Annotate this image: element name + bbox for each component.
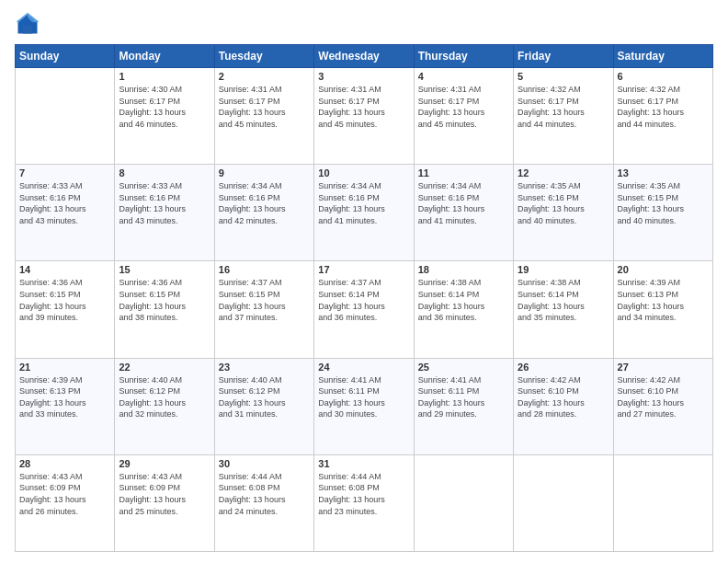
calendar-cell: 9Sunrise: 4:34 AM Sunset: 6:16 PM Daylig… (214, 165, 313, 261)
calendar-cell (414, 454, 513, 551)
day-number: 15 (119, 264, 210, 275)
day-info: Sunrise: 4:36 AM Sunset: 6:15 PM Dayligh… (19, 277, 110, 323)
calendar-cell: 13Sunrise: 4:35 AM Sunset: 6:15 PM Dayli… (613, 165, 712, 261)
calendar-cell: 19Sunrise: 4:38 AM Sunset: 6:14 PM Dayli… (514, 261, 613, 358)
calendar-cell: 6Sunrise: 4:32 AM Sunset: 6:17 PM Daylig… (613, 68, 712, 165)
day-number: 30 (219, 458, 310, 469)
day-info: Sunrise: 4:32 AM Sunset: 6:17 PM Dayligh… (518, 84, 609, 130)
day-info: Sunrise: 4:30 AM Sunset: 6:17 PM Dayligh… (119, 84, 210, 130)
day-info: Sunrise: 4:44 AM Sunset: 6:08 PM Dayligh… (219, 471, 310, 517)
day-info: Sunrise: 4:42 AM Sunset: 6:10 PM Dayligh… (518, 374, 609, 420)
day-info: Sunrise: 4:37 AM Sunset: 6:15 PM Dayligh… (219, 277, 310, 323)
calendar-cell: 18Sunrise: 4:38 AM Sunset: 6:14 PM Dayli… (414, 261, 513, 358)
day-info: Sunrise: 4:33 AM Sunset: 6:16 PM Dayligh… (119, 180, 210, 226)
day-number: 7 (19, 167, 110, 178)
day-number: 21 (19, 362, 110, 373)
calendar-cell: 1Sunrise: 4:30 AM Sunset: 6:17 PM Daylig… (115, 68, 214, 165)
logo-icon (15, 11, 40, 37)
col-header-sunday: Sunday (16, 45, 115, 68)
day-info: Sunrise: 4:34 AM Sunset: 6:16 PM Dayligh… (219, 180, 310, 226)
calendar-table: SundayMondayTuesdayWednesdayThursdayFrid… (15, 44, 713, 552)
day-number: 3 (318, 71, 409, 82)
day-number: 24 (318, 362, 409, 373)
day-info: Sunrise: 4:31 AM Sunset: 6:17 PM Dayligh… (219, 84, 310, 130)
day-info: Sunrise: 4:36 AM Sunset: 6:15 PM Dayligh… (119, 277, 210, 323)
page: SundayMondayTuesdayWednesdayThursdayFrid… (0, 0, 728, 563)
calendar-cell: 24Sunrise: 4:41 AM Sunset: 6:11 PM Dayli… (314, 358, 414, 454)
calendar-cell: 17Sunrise: 4:37 AM Sunset: 6:14 PM Dayli… (314, 261, 414, 358)
week-row-4: 21Sunrise: 4:39 AM Sunset: 6:13 PM Dayli… (16, 358, 713, 454)
svg-rect-2 (23, 26, 33, 34)
calendar-cell (613, 454, 712, 551)
calendar-cell: 10Sunrise: 4:34 AM Sunset: 6:16 PM Dayli… (314, 165, 414, 261)
day-info: Sunrise: 4:32 AM Sunset: 6:17 PM Dayligh… (618, 84, 709, 130)
day-info: Sunrise: 4:39 AM Sunset: 6:13 PM Dayligh… (618, 277, 709, 323)
calendar-cell: 27Sunrise: 4:42 AM Sunset: 6:10 PM Dayli… (613, 358, 712, 454)
calendar-cell: 28Sunrise: 4:43 AM Sunset: 6:09 PM Dayli… (16, 454, 115, 551)
calendar-cell: 15Sunrise: 4:36 AM Sunset: 6:15 PM Dayli… (115, 261, 214, 358)
calendar-cell: 16Sunrise: 4:37 AM Sunset: 6:15 PM Dayli… (214, 261, 313, 358)
day-number: 13 (618, 167, 709, 178)
calendar-cell: 11Sunrise: 4:34 AM Sunset: 6:16 PM Dayli… (414, 165, 513, 261)
day-info: Sunrise: 4:37 AM Sunset: 6:14 PM Dayligh… (318, 277, 409, 323)
calendar-cell: 29Sunrise: 4:43 AM Sunset: 6:09 PM Dayli… (115, 454, 214, 551)
day-info: Sunrise: 4:34 AM Sunset: 6:16 PM Dayligh… (318, 180, 409, 226)
day-number: 25 (418, 362, 509, 373)
day-number: 10 (318, 167, 409, 178)
day-info: Sunrise: 4:43 AM Sunset: 6:09 PM Dayligh… (19, 471, 110, 517)
day-number: 5 (518, 71, 609, 82)
day-number: 4 (418, 71, 509, 82)
col-header-thursday: Thursday (414, 45, 513, 68)
calendar-cell: 25Sunrise: 4:41 AM Sunset: 6:11 PM Dayli… (414, 358, 513, 454)
col-header-wednesday: Wednesday (314, 45, 414, 68)
calendar-cell: 8Sunrise: 4:33 AM Sunset: 6:16 PM Daylig… (115, 165, 214, 261)
col-header-saturday: Saturday (613, 45, 712, 68)
calendar-cell: 23Sunrise: 4:40 AM Sunset: 6:12 PM Dayli… (214, 358, 313, 454)
day-number: 9 (219, 167, 310, 178)
day-info: Sunrise: 4:38 AM Sunset: 6:14 PM Dayligh… (518, 277, 609, 323)
calendar-cell: 22Sunrise: 4:40 AM Sunset: 6:12 PM Dayli… (115, 358, 214, 454)
day-info: Sunrise: 4:35 AM Sunset: 6:15 PM Dayligh… (618, 180, 709, 226)
day-number: 14 (19, 264, 110, 275)
week-row-2: 7Sunrise: 4:33 AM Sunset: 6:16 PM Daylig… (16, 165, 713, 261)
day-info: Sunrise: 4:34 AM Sunset: 6:16 PM Dayligh… (418, 180, 509, 226)
day-number: 22 (119, 362, 210, 373)
col-header-monday: Monday (115, 45, 214, 68)
calendar-cell: 21Sunrise: 4:39 AM Sunset: 6:13 PM Dayli… (16, 358, 115, 454)
day-number: 31 (318, 458, 409, 469)
day-number: 2 (219, 71, 310, 82)
day-number: 23 (219, 362, 310, 373)
calendar-cell (514, 454, 613, 551)
header (15, 11, 713, 37)
week-row-1: 1Sunrise: 4:30 AM Sunset: 6:17 PM Daylig… (16, 68, 713, 165)
day-info: Sunrise: 4:41 AM Sunset: 6:11 PM Dayligh… (318, 374, 409, 420)
day-info: Sunrise: 4:35 AM Sunset: 6:16 PM Dayligh… (518, 180, 609, 226)
day-number: 11 (418, 167, 509, 178)
day-number: 18 (418, 264, 509, 275)
calendar-cell: 5Sunrise: 4:32 AM Sunset: 6:17 PM Daylig… (514, 68, 613, 165)
logo (15, 11, 44, 37)
day-number: 17 (318, 264, 409, 275)
calendar-header-row: SundayMondayTuesdayWednesdayThursdayFrid… (16, 45, 713, 68)
day-number: 16 (219, 264, 310, 275)
day-info: Sunrise: 4:39 AM Sunset: 6:13 PM Dayligh… (19, 374, 110, 420)
day-info: Sunrise: 4:41 AM Sunset: 6:11 PM Dayligh… (418, 374, 509, 420)
calendar-cell: 31Sunrise: 4:44 AM Sunset: 6:08 PM Dayli… (314, 454, 414, 551)
day-info: Sunrise: 4:42 AM Sunset: 6:10 PM Dayligh… (618, 374, 709, 420)
day-info: Sunrise: 4:43 AM Sunset: 6:09 PM Dayligh… (119, 471, 210, 517)
day-number: 1 (119, 71, 210, 82)
week-row-3: 14Sunrise: 4:36 AM Sunset: 6:15 PM Dayli… (16, 261, 713, 358)
day-info: Sunrise: 4:40 AM Sunset: 6:12 PM Dayligh… (119, 374, 210, 420)
calendar-cell: 20Sunrise: 4:39 AM Sunset: 6:13 PM Dayli… (613, 261, 712, 358)
day-number: 12 (518, 167, 609, 178)
day-number: 28 (19, 458, 110, 469)
day-info: Sunrise: 4:40 AM Sunset: 6:12 PM Dayligh… (219, 374, 310, 420)
col-header-tuesday: Tuesday (214, 45, 313, 68)
day-info: Sunrise: 4:38 AM Sunset: 6:14 PM Dayligh… (418, 277, 509, 323)
calendar-cell: 3Sunrise: 4:31 AM Sunset: 6:17 PM Daylig… (314, 68, 414, 165)
col-header-friday: Friday (514, 45, 613, 68)
day-number: 26 (518, 362, 609, 373)
day-info: Sunrise: 4:44 AM Sunset: 6:08 PM Dayligh… (318, 471, 409, 517)
day-info: Sunrise: 4:33 AM Sunset: 6:16 PM Dayligh… (19, 180, 110, 226)
week-row-5: 28Sunrise: 4:43 AM Sunset: 6:09 PM Dayli… (16, 454, 713, 551)
